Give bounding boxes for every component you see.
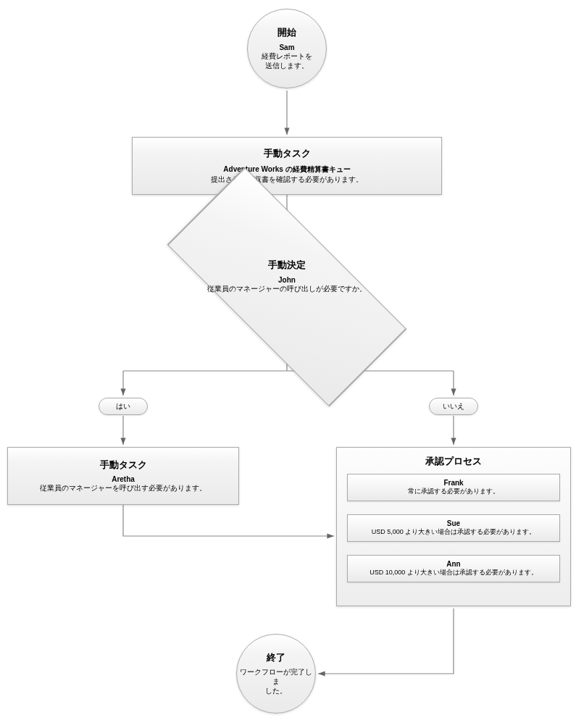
approval-step-1-desc: USD 5,000 より大きい場合は承認する必要があります。 bbox=[351, 527, 556, 537]
connector-arrows bbox=[0, 0, 576, 728]
branch-no-pill: いいえ bbox=[429, 398, 478, 415]
approval-step-2-desc: USD 10,000 より大きい場合は承認する必要があります。 bbox=[351, 568, 556, 577]
approval-step-0: Frank 常に承認する必要があります。 bbox=[347, 474, 560, 501]
decision-person: John bbox=[151, 276, 422, 284]
task1-person: Adventure Works の経費精算書キュー bbox=[223, 164, 350, 175]
decision-node: 手動決定 John 従業員のマネージャーの呼び出しが必要ですか。 bbox=[151, 225, 422, 349]
end-desc: ワークフローが完了しま した。 bbox=[237, 667, 315, 695]
task2-title: 手動タスク bbox=[100, 459, 147, 472]
task1-title: 手動タスク bbox=[264, 148, 311, 160]
approval-step-2-name: Ann bbox=[351, 560, 556, 568]
approval-step-0-name: Frank bbox=[351, 479, 556, 487]
branch-no-label: いいえ bbox=[443, 401, 464, 411]
start-title: 開始 bbox=[277, 27, 296, 39]
end-title: 終了 bbox=[267, 652, 285, 664]
approval-group: 承認プロセス Frank 常に承認する必要があります。 Sue USD 5,00… bbox=[336, 447, 571, 606]
decision-desc: 従業員のマネージャーの呼び出しが必要ですか。 bbox=[151, 284, 422, 293]
approval-step-1: Sue USD 5,000 より大きい場合は承認する必要があります。 bbox=[347, 514, 560, 542]
task2-desc: 従業員のマネージャーを呼び出す必要があります。 bbox=[40, 483, 206, 493]
task2-node: 手動タスク Aretha 従業員のマネージャーを呼び出す必要があります。 bbox=[7, 447, 239, 505]
start-person: Sam bbox=[279, 43, 294, 51]
task1-node: 手動タスク Adventure Works の経費精算書キュー 提出された領収書… bbox=[132, 137, 442, 195]
branch-yes-pill: はい bbox=[99, 398, 148, 415]
approval-title: 承認プロセス bbox=[337, 448, 570, 474]
start-node: 開始 Sam 経費レポートを 送信します。 bbox=[247, 9, 327, 88]
approval-step-2: Ann USD 10,000 より大きい場合は承認する必要があります。 bbox=[347, 555, 560, 582]
approval-step-1-name: Sue bbox=[351, 519, 556, 527]
decision-title: 手動決定 bbox=[151, 259, 422, 272]
start-desc: 経費レポートを 送信します。 bbox=[262, 51, 312, 70]
task2-person: Aretha bbox=[112, 475, 135, 483]
end-node: 終了 ワークフローが完了しま した。 bbox=[236, 634, 316, 714]
task1-desc: 提出された領収書を確認する必要があります。 bbox=[211, 175, 363, 184]
approval-step-0-desc: 常に承認する必要があります。 bbox=[351, 487, 556, 496]
branch-yes-label: はい bbox=[116, 401, 130, 411]
